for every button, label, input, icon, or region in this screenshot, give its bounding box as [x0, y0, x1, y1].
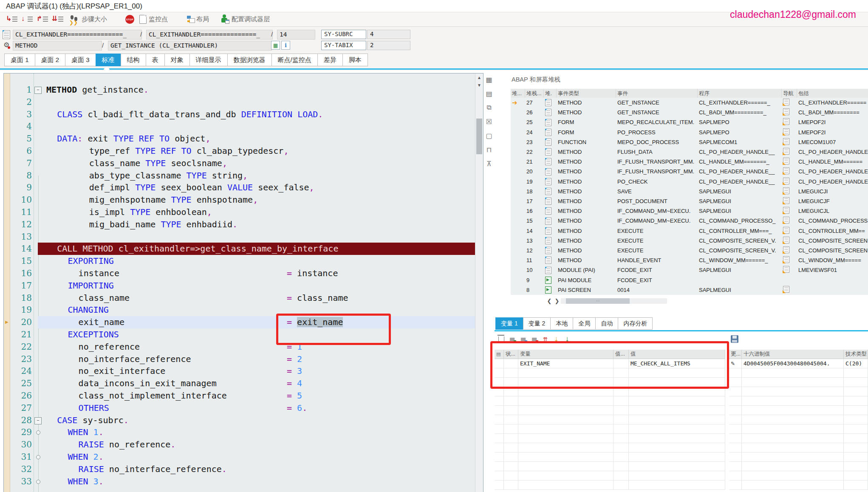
hex-row[interactable]	[729, 368, 868, 378]
stop-icon[interactable]: STOP	[125, 15, 134, 24]
variable-row[interactable]	[495, 415, 725, 424]
navigate-icon[interactable]	[783, 167, 789, 174]
var-tab-变量 2[interactable]: 变量 2	[523, 317, 551, 330]
stack-nav-cell[interactable]	[782, 138, 797, 146]
step-into-button[interactable]: ↳	[6, 15, 19, 23]
var-tab-内存分析[interactable]: 内存分析	[618, 317, 653, 330]
step-continue-button[interactable]: ⇊	[52, 15, 65, 23]
hex-row[interactable]	[729, 434, 868, 443]
edit-cell[interactable]	[729, 415, 742, 424]
stack-row[interactable]: 12METHODEXECUTECL_COMPOSITE_SCREEN_V.CL_…	[511, 246, 868, 256]
code-line[interactable]: no_reference= 1	[38, 341, 483, 353]
step-return-button[interactable]: ↱	[37, 15, 49, 23]
stack-nav-cell[interactable]	[782, 286, 797, 294]
main-program-field[interactable]: CL_EXITHANDLER===============_	[13, 30, 142, 40]
navigate-icon[interactable]	[783, 256, 789, 263]
hex-row[interactable]	[729, 396, 868, 406]
stack-nav-cell[interactable]	[782, 237, 797, 245]
include-field[interactable]: CL_EXITHANDLER===============_	[146, 30, 273, 40]
code-line[interactable]: class_name= class_name	[38, 292, 483, 304]
navigate-icon[interactable]	[783, 197, 789, 204]
tech-type-cell[interactable]	[844, 424, 868, 434]
hex-row[interactable]	[729, 481, 868, 490]
step-over-button[interactable]: ↓	[21, 15, 34, 23]
line-position-field[interactable]: 14	[277, 30, 315, 40]
code-line[interactable]: RAISE no_interface_reference.	[38, 463, 483, 475]
sy-tabix-value-field[interactable]: 2	[367, 41, 410, 50]
variable-row[interactable]	[495, 406, 725, 415]
code-line[interactable]: abs_type_classname TYPE string,	[38, 170, 483, 182]
stack-row[interactable]: 23FUNCTIONMEPO_DOC_PROCESSSAPLMECOM1LMEC…	[511, 137, 868, 147]
watchpoint-button[interactable]: 监控点	[149, 15, 168, 23]
code-line[interactable]: WHEN 3.	[38, 475, 483, 488]
edit-cell[interactable]	[729, 434, 742, 443]
breakpoint-margin[interactable]: ►	[4, 74, 10, 492]
watchpoint-doc-icon[interactable]	[139, 15, 147, 24]
stack-nav-cell[interactable]	[782, 187, 797, 195]
tech-type-cell[interactable]	[844, 471, 868, 481]
stack-nav-cell[interactable]	[782, 158, 797, 166]
tech-type-cell[interactable]	[844, 406, 868, 415]
navigate-icon[interactable]	[783, 227, 789, 234]
stack-row[interactable]: 22METHODFLUSH_DATACL_PO_HEADER_HANDLE_​_…	[511, 147, 868, 157]
hex-row[interactable]: ✎4D0045005F004300480045004.C(20)	[729, 359, 868, 368]
stack-horizontal-scrollbar[interactable]: ❮ ❯ ⋯	[546, 297, 667, 305]
close-table-icon[interactable]: ☒	[484, 117, 494, 126]
code-vertical-scrollbar[interactable]: ▲ ▼	[475, 74, 483, 492]
variable-name-cell[interactable]	[518, 424, 614, 434]
configure-debugger-button[interactable]: 配置调试器层	[232, 15, 270, 23]
edit-cell[interactable]	[729, 406, 742, 415]
stack-nav-cell[interactable]	[782, 266, 797, 274]
stack-row[interactable]: 18METHODSAVESAPLMEGUILMEGUICJI	[511, 187, 868, 197]
variable-value-cell[interactable]	[629, 452, 725, 462]
edit-cell[interactable]	[729, 443, 742, 452]
var-tab-本地[interactable]: 本地	[550, 317, 573, 330]
variable-name-cell[interactable]	[518, 396, 614, 406]
variable-cell[interactable]	[614, 406, 629, 415]
variable-cell[interactable]	[504, 471, 518, 481]
variable-value-cell[interactable]	[629, 462, 725, 471]
unlock-icon[interactable]: ⊓	[484, 145, 494, 154]
tech-type-cell[interactable]	[844, 481, 868, 490]
tech-type-cell[interactable]	[844, 396, 868, 406]
navigate-icon[interactable]	[783, 207, 789, 214]
variable-cell[interactable]	[504, 406, 518, 415]
variable-cell[interactable]	[614, 443, 629, 452]
variable-value-cell[interactable]	[629, 424, 725, 434]
variable-row[interactable]	[495, 396, 725, 406]
hex-row[interactable]	[729, 406, 868, 415]
hex-row[interactable]	[729, 452, 868, 462]
code-line[interactable]: WHEN 1.	[38, 426, 483, 438]
sy-subrc-label-field[interactable]: SY-SUBRC	[321, 30, 366, 39]
stack-nav-cell[interactable]	[782, 148, 797, 156]
hex-value-cell[interactable]	[742, 462, 844, 471]
tab-表[interactable]: 表	[146, 54, 164, 66]
variable-cell[interactable]	[504, 415, 518, 424]
stack-nav-cell[interactable]	[782, 207, 797, 215]
tab-断点/监控点[interactable]: 断点/监控点	[271, 54, 317, 66]
transport-icon[interactable]: ⊼	[484, 159, 494, 168]
code-line[interactable]: is_impl TYPE enhboolean,	[38, 206, 483, 218]
hex-value-cell[interactable]	[742, 396, 844, 406]
hex-value-cell[interactable]	[742, 452, 844, 462]
navigate-icon[interactable]	[783, 178, 789, 184]
variable-value-cell[interactable]	[629, 415, 725, 424]
edit-cell[interactable]	[729, 378, 742, 387]
navigate-icon[interactable]	[783, 246, 789, 253]
hex-row[interactable]	[729, 462, 868, 471]
hex-value-cell[interactable]	[742, 387, 844, 396]
variable-name-cell[interactable]	[518, 452, 614, 462]
code-line[interactable]: RAISE no_reference.	[38, 438, 483, 451]
navigate-icon[interactable]	[783, 217, 789, 223]
hex-row[interactable]	[729, 443, 868, 452]
tab-详细显示[interactable]: 详细显示	[189, 54, 227, 66]
hex-row[interactable]	[729, 415, 868, 424]
stack-nav-cell[interactable]	[782, 256, 797, 264]
navigate-icon[interactable]	[783, 286, 789, 293]
code-line[interactable]: METHOD get_instance.	[38, 84, 481, 96]
stack-row[interactable]: 17METHODPOST_DOCUMENTSAPLMEGUILMEGUICJF	[511, 196, 868, 206]
variable-cell[interactable]	[504, 424, 518, 434]
scroll-down-icon[interactable]: ▼	[475, 81, 483, 89]
code-line[interactable]: EXPORTING	[38, 255, 483, 267]
stack-row[interactable]: 25FORMMEPO_RECALCULATE_ITEM.SAPLMEPOLMEP…	[511, 117, 868, 127]
